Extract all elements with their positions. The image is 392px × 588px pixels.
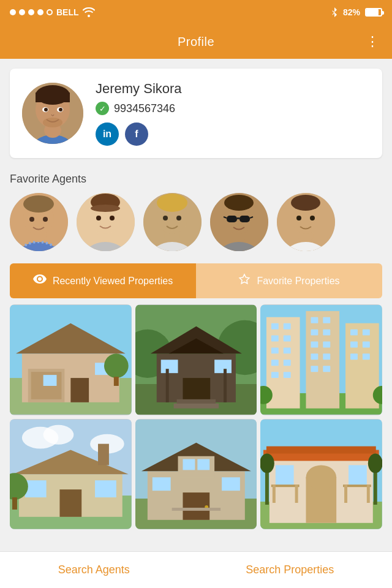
signal-dots [10, 9, 53, 15]
status-right: 82% [331, 7, 382, 17]
dot5 [47, 9, 53, 15]
recently-viewed-tab[interactable]: Recently Viewed Properties [10, 263, 196, 298]
svg-rect-100 [363, 330, 370, 336]
agent-avatar-4[interactable] [210, 193, 268, 251]
menu-button[interactable]: ⋮ [366, 34, 380, 50]
avatar [22, 83, 83, 144]
profile-phone: ✓ 9934567346 [96, 102, 370, 115]
svg-point-46 [291, 195, 320, 211]
header: Profile ⋮ [0, 24, 392, 59]
recently-viewed-label: Recently Viewed Properties [53, 276, 173, 287]
battery-percent: 82% [343, 7, 360, 17]
bottom-nav: Search Agents Search Properties [0, 551, 392, 588]
svg-rect-40 [239, 216, 250, 222]
facebook-button[interactable]: f [125, 123, 148, 146]
svg-point-48 [310, 216, 315, 221]
favorite-properties-label: Favorite Properties [257, 276, 339, 287]
svg-rect-129 [222, 477, 240, 491]
svg-rect-89 [311, 317, 318, 323]
wifi-icon [83, 7, 95, 17]
svg-rect-101 [350, 342, 358, 348]
svg-point-9 [59, 108, 62, 111]
star-icon [238, 273, 251, 288]
svg-rect-41 [237, 217, 239, 219]
property-thumb-3[interactable] [260, 304, 382, 415]
svg-rect-83 [271, 347, 279, 353]
svg-point-151 [368, 453, 382, 473]
search-properties-button[interactable]: Search Properties [246, 564, 334, 576]
social-icons: in f [96, 123, 370, 146]
property-thumb-1[interactable] [10, 304, 132, 415]
property-thumb-4[interactable] [10, 419, 132, 530]
dot4 [37, 9, 43, 15]
svg-rect-103 [350, 353, 358, 360]
agent-avatar-1[interactable] [10, 193, 68, 251]
eye-icon [33, 274, 47, 287]
svg-rect-73 [173, 404, 219, 409]
svg-point-149 [260, 453, 274, 473]
agent-avatar-5[interactable] [277, 193, 335, 251]
svg-rect-84 [284, 347, 291, 353]
svg-rect-147 [367, 484, 370, 503]
svg-rect-88 [284, 372, 291, 378]
svg-rect-95 [311, 353, 318, 360]
battery-icon [365, 8, 382, 17]
svg-rect-79 [271, 323, 279, 330]
svg-rect-139 [266, 446, 376, 453]
svg-point-38 [224, 195, 254, 211]
svg-rect-98 [323, 366, 331, 372]
favorite-properties-tab[interactable]: Favorite Properties [196, 263, 382, 298]
svg-point-33 [176, 216, 181, 221]
agent-avatar-2[interactable] [77, 193, 135, 251]
linkedin-button[interactable]: in [96, 123, 119, 146]
svg-point-137 [306, 465, 337, 489]
property-thumb-6[interactable] [260, 419, 382, 530]
svg-rect-71 [224, 369, 227, 402]
svg-rect-102 [363, 342, 370, 348]
svg-rect-115 [95, 480, 116, 497]
svg-point-58 [104, 353, 129, 378]
svg-rect-117 [98, 443, 109, 465]
svg-point-16 [23, 195, 54, 213]
svg-rect-141 [349, 465, 367, 486]
svg-rect-99 [350, 330, 358, 336]
search-agents-button[interactable]: Search Agents [58, 564, 130, 576]
svg-rect-77 [306, 311, 340, 409]
dot2 [19, 9, 25, 15]
svg-rect-5 [36, 92, 70, 102]
svg-rect-68 [160, 360, 178, 373]
svg-rect-70 [165, 369, 168, 402]
svg-point-8 [44, 108, 48, 111]
svg-point-26 [91, 205, 120, 212]
svg-rect-97 [311, 366, 318, 372]
profile-info: Jeremy Sikora ✓ 9934567346 in f [96, 81, 370, 146]
svg-point-47 [296, 216, 301, 221]
svg-rect-82 [284, 336, 291, 342]
agent-avatar-3[interactable] [143, 193, 202, 251]
svg-rect-81 [271, 336, 279, 342]
svg-rect-144 [273, 484, 276, 503]
agents-row [0, 193, 392, 261]
svg-rect-150 [374, 468, 377, 505]
battery-fill [366, 9, 379, 15]
carrier-label: BELL [56, 7, 79, 17]
favorite-agents-label: Favorite Agents [0, 168, 392, 193]
svg-rect-85 [271, 360, 279, 366]
svg-rect-148 [265, 468, 269, 505]
svg-rect-87 [271, 372, 279, 378]
property-thumb-5[interactable] [135, 419, 257, 530]
svg-rect-55 [70, 378, 89, 402]
svg-rect-119 [12, 497, 17, 510]
svg-point-25 [110, 216, 115, 221]
svg-rect-128 [152, 477, 170, 491]
verified-icon: ✓ [96, 102, 109, 115]
svg-rect-67 [183, 378, 210, 402]
svg-rect-91 [311, 330, 318, 336]
profile-card: Jeremy Sikora ✓ 9934567346 in f [10, 69, 382, 158]
svg-rect-94 [323, 342, 331, 348]
svg-rect-130 [183, 459, 195, 470]
property-thumb-2[interactable] [135, 304, 257, 415]
content: Jeremy Sikora ✓ 9934567346 in f Favorite… [0, 69, 392, 572]
svg-rect-104 [363, 353, 370, 360]
status-left: BELL [10, 7, 95, 17]
